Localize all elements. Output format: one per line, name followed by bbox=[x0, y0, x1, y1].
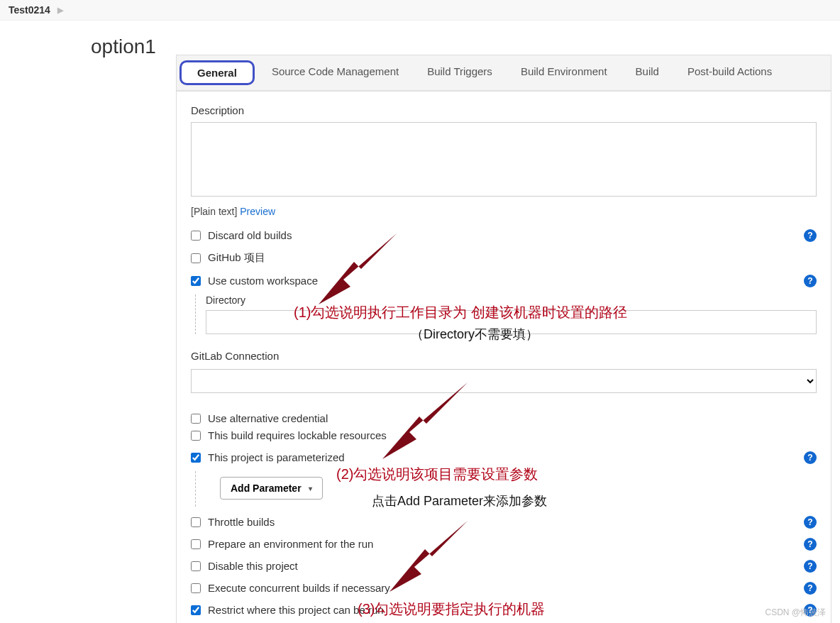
lockable-checkbox[interactable] bbox=[191, 431, 201, 441]
help-icon[interactable]: ? bbox=[804, 451, 817, 464]
parameterized-checkbox[interactable] bbox=[191, 453, 201, 463]
github-project-checkbox[interactable] bbox=[191, 253, 201, 263]
disable-project-checkbox[interactable] bbox=[191, 561, 201, 571]
gitlab-connection-select[interactable] bbox=[191, 369, 817, 393]
directory-input[interactable] bbox=[206, 310, 817, 334]
watermark: CSDN @怖波泽 bbox=[765, 607, 826, 619]
gitlab-connection-label: GitLab Connection bbox=[191, 350, 817, 362]
use-alt-cred-label: Use alternative credential bbox=[208, 412, 328, 424]
help-icon[interactable]: ? bbox=[804, 229, 817, 242]
discard-old-builds-label: Discard old builds bbox=[208, 229, 292, 241]
prepare-env-label: Prepare an environment for the run bbox=[208, 538, 373, 550]
breadcrumb-project[interactable]: Test0214 bbox=[9, 4, 50, 16]
help-icon[interactable]: ? bbox=[804, 582, 817, 595]
plain-text-prefix: [Plain text] bbox=[191, 206, 240, 217]
use-custom-workspace-checkbox[interactable] bbox=[191, 276, 201, 286]
parameterized-label: This project is parameterized bbox=[208, 451, 345, 463]
tab-general[interactable]: General bbox=[179, 60, 255, 85]
prepare-env-checkbox[interactable] bbox=[191, 539, 201, 549]
help-icon[interactable]: ? bbox=[804, 538, 817, 551]
description-textarea[interactable] bbox=[191, 122, 817, 197]
help-icon[interactable]: ? bbox=[804, 560, 817, 573]
discard-old-builds-checkbox[interactable] bbox=[191, 231, 201, 241]
throttle-checkbox[interactable] bbox=[191, 517, 201, 527]
config-panel: General Source Code Management Build Tri… bbox=[176, 55, 831, 623]
tab-build-environment[interactable]: Build Environment bbox=[507, 55, 621, 90]
concurrent-checkbox[interactable] bbox=[191, 583, 201, 593]
option1-annotation: option1 bbox=[91, 35, 156, 58]
directory-label: Directory bbox=[206, 294, 817, 306]
throttle-label: Throttle builds bbox=[208, 516, 275, 528]
disable-project-label: Disable this project bbox=[208, 560, 298, 572]
tab-bar: General Source Code Management Build Tri… bbox=[177, 55, 831, 92]
add-parameter-button[interactable]: Add Parameter bbox=[220, 477, 323, 500]
lockable-label: This build requires lockable resources bbox=[208, 429, 387, 441]
tab-source-code[interactable]: Source Code Management bbox=[258, 55, 413, 90]
chevron-right-icon: ▶ bbox=[57, 6, 63, 15]
github-project-label: GitHub 项目 bbox=[208, 251, 265, 265]
help-icon[interactable]: ? bbox=[804, 516, 817, 529]
preview-link[interactable]: Preview bbox=[240, 206, 275, 217]
tab-build-triggers[interactable]: Build Triggers bbox=[413, 55, 507, 90]
use-custom-workspace-label: Use custom workspace bbox=[208, 275, 318, 287]
concurrent-label: Execute concurrent builds if necessary bbox=[208, 582, 390, 594]
help-icon[interactable]: ? bbox=[804, 275, 817, 287]
plain-text-row: [Plain text] Preview bbox=[191, 206, 817, 217]
restrict-checkbox[interactable] bbox=[191, 605, 201, 615]
use-alt-cred-checkbox[interactable] bbox=[191, 414, 201, 424]
description-label: Description bbox=[191, 104, 817, 116]
breadcrumb: Test0214 ▶ bbox=[0, 0, 840, 21]
restrict-label: Restrict where this project can be run bbox=[208, 604, 384, 616]
tab-post-build[interactable]: Post-build Actions bbox=[673, 55, 786, 90]
tab-build[interactable]: Build bbox=[621, 55, 673, 90]
